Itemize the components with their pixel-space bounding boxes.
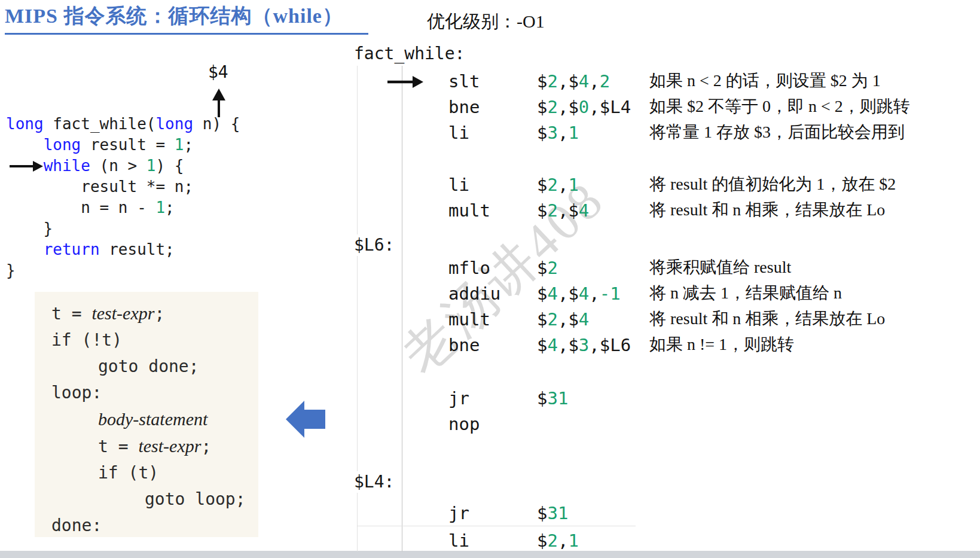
- code-segment: 2: [547, 200, 557, 221]
- code-segment: return: [44, 240, 100, 258]
- pseudocode-line: body-statement: [98, 406, 258, 433]
- code-segment: done:: [51, 516, 102, 535]
- code-segment: if (!t): [51, 330, 122, 350]
- code-segment: ;: [184, 136, 193, 154]
- asm-comment: 将 n 减去 1，结果赋值给 n: [649, 282, 842, 304]
- watermark: 老汤讲408: [335, 111, 671, 443]
- code-segment: 1: [146, 157, 156, 175]
- asm-mnemonic: mflo: [448, 257, 490, 279]
- asm-mnemonic: bne: [448, 334, 480, 356]
- code-segment: ,: [558, 175, 568, 195]
- code-segment: 2: [547, 258, 557, 278]
- code-segment: $: [537, 175, 547, 195]
- code-segment: $: [537, 123, 547, 143]
- pseudocode-image: t = test-expr;if (!t)goto done;loop:body…: [35, 292, 258, 537]
- code-segment: result =: [81, 136, 175, 154]
- asm-mnemonic: mult: [448, 200, 490, 221]
- code-segment: t =: [51, 304, 91, 324]
- code-segment: long: [155, 115, 193, 133]
- code-segment: ;: [201, 437, 211, 456]
- code-segment: $: [537, 335, 547, 355]
- code-segment: goto loop;: [145, 489, 246, 509]
- asm-mnemonic: jr: [448, 388, 469, 409]
- code-segment: $: [537, 71, 547, 92]
- code-segment: result *= n;: [6, 178, 193, 196]
- code-segment: [6, 240, 44, 258]
- code-segment: test-expr: [91, 303, 154, 323]
- asm-comment: 将 result 和 n 相乘，结果放在 Lo: [649, 199, 885, 221]
- pseudocode-line: t = test-expr;: [51, 300, 258, 327]
- register-4-annotation: $4: [208, 62, 228, 82]
- c-code-line: n = n - 1;: [6, 197, 240, 218]
- code-segment: ,$L4: [589, 97, 631, 117]
- asm-operands: $3,1: [537, 122, 579, 144]
- asm-operands: $4,$4,-1: [537, 283, 621, 304]
- code-segment: ;: [165, 199, 175, 217]
- code-segment: 4: [547, 283, 557, 304]
- asm-operands: $31: [537, 388, 568, 409]
- asm-mnemonic: addiu: [448, 283, 500, 304]
- c-code-line: long fact_while(long n) {: [6, 114, 240, 135]
- code-segment: [6, 136, 44, 154]
- code-segment: test-expr: [138, 436, 201, 456]
- table-rule-horizontal: [357, 526, 636, 526]
- asm-mnemonic: li: [448, 122, 469, 144]
- table-rule-vertical-right: [402, 66, 402, 551]
- code-segment: 2: [547, 530, 557, 551]
- pseudocode-line: goto done;: [98, 353, 258, 380]
- c-code-line: }: [6, 218, 240, 239]
- code-segment: 2: [547, 309, 557, 330]
- asm-operands: $2,1: [537, 174, 579, 196]
- code-segment: 4: [579, 309, 589, 330]
- asm-mnemonic: li: [448, 174, 469, 196]
- slt-arrow-icon: [386, 73, 425, 91]
- code-segment: ,$: [558, 335, 579, 355]
- code-segment: ,$: [558, 97, 579, 117]
- asm-operands: $31: [537, 502, 568, 524]
- asm-mnemonic: li: [448, 530, 469, 551]
- c-code-line: }: [6, 260, 240, 281]
- code-segment: 4: [579, 71, 589, 92]
- asm-label: $L4:: [354, 471, 399, 493]
- asm-label: $L6:: [354, 234, 399, 256]
- c-code-line: long result = 1;: [6, 135, 240, 155]
- code-segment: $: [537, 503, 547, 523]
- code-segment: $: [537, 97, 547, 117]
- slide: MIPS 指令系统：循环结构（while） 优化级别：-O1 $4 long f…: [0, 0, 980, 558]
- pseudocode-line: goto loop;: [145, 486, 258, 513]
- code-segment: 1: [568, 530, 578, 551]
- asm-operands: $2,1: [537, 530, 579, 551]
- code-segment: }: [6, 261, 16, 279]
- pseudocode-line: done:: [51, 513, 258, 539]
- code-segment: ,$: [558, 71, 579, 92]
- c-source-code: long fact_while(long n) { long result = …: [6, 114, 240, 281]
- code-segment: long: [44, 136, 81, 154]
- code-segment: long: [6, 115, 44, 133]
- code-segment: t =: [98, 437, 138, 456]
- code-segment: goto done;: [98, 356, 199, 376]
- asm-mnemonic: bne: [448, 96, 480, 118]
- code-segment: 31: [547, 503, 568, 523]
- code-segment: ,: [558, 123, 568, 143]
- code-segment: 1: [175, 136, 184, 154]
- horizontal-scrollbar[interactable]: [0, 551, 980, 558]
- code-segment: ,: [589, 71, 599, 92]
- asm-comment: 将 result 和 n 相乘，结果放在 Lo: [649, 307, 885, 330]
- code-segment: ,$: [558, 309, 579, 330]
- code-segment: 3: [547, 123, 557, 143]
- code-segment: ,$: [558, 200, 579, 221]
- c-code-line: return result;: [6, 239, 240, 260]
- code-segment: result;: [100, 240, 175, 258]
- asm-mnemonic: slt: [448, 71, 480, 92]
- asm-comment: 将乘积赋值给 result: [649, 256, 791, 279]
- code-segment: 2: [547, 71, 557, 92]
- code-segment: $: [537, 388, 547, 408]
- code-segment: $: [537, 309, 547, 330]
- asm-label: fact_while:: [354, 43, 469, 65]
- code-segment: ,$: [558, 283, 579, 304]
- code-segment: fact_while(: [44, 115, 156, 133]
- code-segment: if (t): [98, 463, 158, 483]
- asm-operands: $4,$3,$L6: [537, 334, 631, 356]
- asm-operands: $2: [537, 257, 558, 279]
- blue-left-arrow-shape: [286, 401, 325, 438]
